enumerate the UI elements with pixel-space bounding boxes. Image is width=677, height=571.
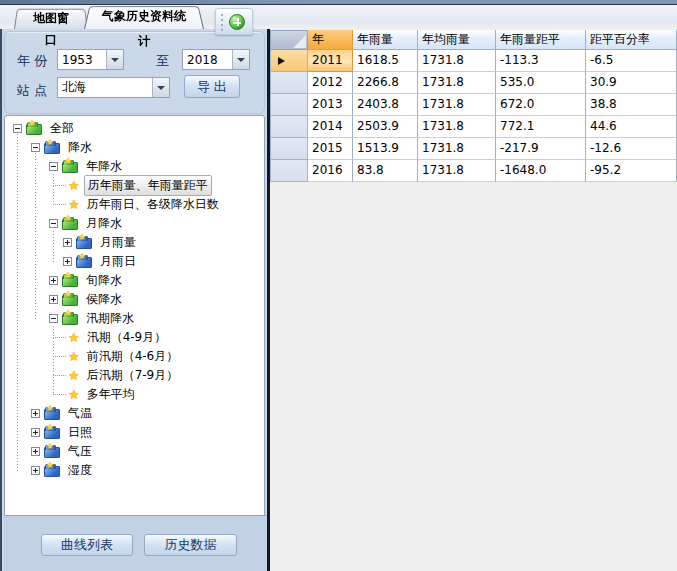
cell[interactable]: 2012 [308, 72, 353, 94]
tree-item-precipitation[interactable]: 降水 [5, 138, 95, 157]
cell[interactable]: 1731.8 [418, 94, 496, 116]
row-header-current[interactable] [270, 50, 308, 72]
tab-map-window[interactable]: 地图窗口 [14, 7, 88, 29]
curve-list-button[interactable]: 曲线列表 [41, 534, 133, 556]
tree-item-monthly-precip[interactable]: 月降水 [5, 214, 125, 233]
cell[interactable]: 1731.8 [418, 116, 496, 138]
table-row: 2014 2503.9 1731.8 772.1 44.6 [270, 116, 677, 138]
current-row-arrow-icon [278, 57, 285, 65]
cell[interactable]: 2011 [308, 50, 353, 72]
cell[interactable]: 772.1 [496, 116, 586, 138]
select-all-corner[interactable] [270, 30, 308, 50]
cell[interactable]: 535.0 [496, 72, 586, 94]
tree-item-annual-precip[interactable]: 年降水 [5, 157, 125, 176]
column-header-mean-rainfall[interactable]: 年均雨量 [418, 30, 496, 50]
column-header-rainfall-anomaly[interactable]: 年雨量距平 [496, 30, 586, 50]
chevron-down-icon [157, 86, 165, 90]
row-header[interactable] [270, 94, 308, 116]
cell[interactable]: -217.9 [496, 138, 586, 160]
expander-plus-icon[interactable] [31, 409, 40, 418]
cell[interactable]: 1513.9 [353, 138, 418, 160]
tree-item-yearly-rainfall-anomaly[interactable]: ★ 历年雨量、年雨量距平 [5, 176, 212, 195]
folder-icon [62, 162, 78, 173]
tree-stub [53, 337, 66, 338]
year-from-value: 1953 [58, 53, 106, 67]
cell[interactable]: -95.2 [586, 160, 677, 182]
tree-item-post-flood-season[interactable]: ★ 后汛期（7-9月） [5, 366, 181, 385]
tree-item-multiyear-average[interactable]: ★ 多年平均 [5, 385, 138, 404]
tree-item-pentad-precip[interactable]: 侯降水 [5, 290, 125, 309]
tab-weather-history-stats[interactable]: 气象历史资料统计 [84, 4, 204, 29]
column-header-annual-rainfall[interactable]: 年雨量 [353, 30, 418, 50]
cell[interactable]: 1731.8 [418, 138, 496, 160]
dropdown-button[interactable] [152, 78, 169, 97]
tree-item-sunshine[interactable]: 日照 [5, 423, 95, 442]
tab-bar: 地图窗口 气象历史资料统计 [0, 5, 677, 29]
tree-item-humidity[interactable]: 湿度 [5, 461, 95, 480]
cell[interactable]: 1731.8 [418, 72, 496, 94]
folder-icon [62, 295, 78, 306]
expander-minus-icon[interactable] [49, 314, 58, 323]
cell[interactable]: 38.8 [586, 94, 677, 116]
cell[interactable]: 30.9 [586, 72, 677, 94]
expander-minus-icon[interactable] [13, 124, 22, 133]
cell[interactable]: 44.6 [586, 116, 677, 138]
expander-plus-icon[interactable] [49, 295, 58, 304]
cell[interactable]: -113.3 [496, 50, 586, 72]
export-button[interactable]: 导 出 [184, 75, 240, 98]
tree-item-monthly-rain-days[interactable]: 月雨日 [5, 252, 139, 271]
cell[interactable]: 2503.9 [353, 116, 418, 138]
star-icon: ★ [68, 369, 80, 382]
tree-item-monthly-rainfall[interactable]: 月雨量 [5, 233, 139, 252]
row-header[interactable] [270, 72, 308, 94]
cell[interactable]: 2013 [308, 94, 353, 116]
cell[interactable]: 2014 [308, 116, 353, 138]
history-data-button[interactable]: 历史数据 [144, 534, 237, 556]
column-header-year[interactable]: 年 [308, 30, 353, 50]
cell[interactable]: 2266.8 [353, 72, 418, 94]
row-header[interactable] [270, 138, 308, 160]
cell[interactable]: -1648.0 [496, 160, 586, 182]
cell[interactable]: 2016 [308, 160, 353, 182]
expander-plus-icon[interactable] [31, 428, 40, 437]
add-tab-button[interactable] [229, 14, 245, 30]
table-row: 2011 1618.5 1731.8 -113.3 -6.5 [270, 50, 677, 72]
station-dropdown[interactable]: 北海 [57, 77, 170, 98]
cell[interactable]: 1731.8 [418, 50, 496, 72]
tree-item-flood-season-precip[interactable]: 汛期降水 [5, 309, 137, 328]
tree-item-temperature[interactable]: 气温 [5, 404, 95, 423]
cell[interactable]: 1731.8 [418, 160, 496, 182]
expander-minus-icon[interactable] [49, 162, 58, 171]
cell[interactable]: 1618.5 [353, 50, 418, 72]
folder-icon [76, 238, 92, 249]
tree-item-rain-days[interactable]: ★ 历年雨日、各级降水日数 [5, 195, 222, 214]
tree-item-tenday-precip[interactable]: 旬降水 [5, 271, 125, 290]
expander-plus-icon[interactable] [63, 257, 72, 266]
expander-minus-icon[interactable] [49, 219, 58, 228]
row-header[interactable] [270, 116, 308, 138]
tree-item-pre-flood-season[interactable]: ★ 前汛期（4-6月） [5, 347, 181, 366]
left-panel-footer: 曲线列表 历史数据 [4, 515, 267, 571]
tab-label: 气象历史资料统计 [84, 4, 204, 54]
tree-item-flood-season[interactable]: ★ 汛期（4-9月） [5, 328, 169, 347]
cell[interactable]: 2015 [308, 138, 353, 160]
cell[interactable]: -6.5 [586, 50, 677, 72]
expander-plus-icon[interactable] [31, 447, 40, 456]
year-to-value: 2018 [183, 53, 232, 67]
left-panel: 年 份 1953 至 2018 站 点 北海 导 出 全部 [0, 29, 270, 571]
cell[interactable]: 2403.8 [353, 94, 418, 116]
tree-item-all[interactable]: 全部 [5, 119, 77, 138]
column-header-anomaly-percent[interactable]: 距平百分率 [586, 30, 677, 50]
cell[interactable]: 83.8 [353, 160, 418, 182]
row-header[interactable] [270, 160, 308, 182]
station-label: 站 点 [17, 82, 47, 100]
cell[interactable]: 672.0 [496, 94, 586, 116]
tree-item-pressure[interactable]: 气压 [5, 442, 95, 461]
dropdown-button[interactable] [232, 50, 249, 69]
expander-plus-icon[interactable] [31, 466, 40, 475]
expander-plus-icon[interactable] [63, 238, 72, 247]
cell[interactable]: -12.6 [586, 138, 677, 160]
expander-minus-icon[interactable] [31, 143, 40, 152]
expander-plus-icon[interactable] [49, 276, 58, 285]
tab-toolbar [215, 8, 253, 35]
